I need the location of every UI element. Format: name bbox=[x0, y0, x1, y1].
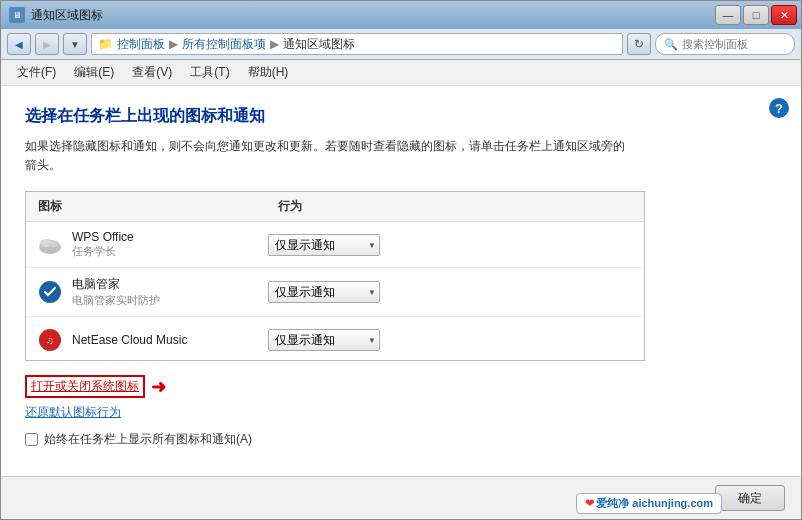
titlebar-controls: — □ ✕ bbox=[715, 5, 797, 25]
path-allitems[interactable]: 所有控制面板项 bbox=[182, 36, 266, 53]
icon-cell-netease: ♫ NetEase Cloud Music bbox=[38, 328, 268, 352]
minimize-button[interactable]: — bbox=[715, 5, 741, 25]
wps-subtitle: 任务学长 bbox=[72, 244, 134, 259]
watermark-icon: ❤ bbox=[585, 497, 594, 510]
page-description: 如果选择隐藏图标和通知，则不会向您通知更改和更新。若要随时查看隐藏的图标，请单击… bbox=[25, 137, 645, 175]
wps-select-wrapper[interactable]: 仅显示通知 显示图标和通知 隐藏图标和通知 bbox=[268, 234, 380, 256]
watermark: ❤ 爱纯净 aichunjing.com bbox=[576, 493, 722, 514]
page-heading: 选择在任务栏上出现的图标和通知 bbox=[25, 106, 777, 127]
wps-name: WPS Office bbox=[72, 230, 134, 244]
pcmgr-behavior-select[interactable]: 仅显示通知 显示图标和通知 隐藏图标和通知 bbox=[268, 281, 380, 303]
pcmgr-nameblock: 电脑管家 电脑管家实时防护 bbox=[72, 276, 160, 308]
menubar: 文件(F) 编辑(E) 查看(V) 工具(T) 帮助(H) bbox=[1, 60, 801, 86]
dropdown-button[interactable]: ▼ bbox=[63, 33, 87, 55]
table-header: 图标 行为 bbox=[26, 192, 644, 222]
titlebar: 🖥 通知区域图标 — □ ✕ bbox=[1, 1, 801, 29]
netease-name: NetEase Cloud Music bbox=[72, 333, 187, 347]
path-controlpanel[interactable]: 控制面板 bbox=[117, 36, 165, 53]
svg-point-2 bbox=[49, 240, 59, 247]
arrow-icon: ➜ bbox=[151, 376, 166, 398]
icon-cell-pcmgr: 电脑管家 电脑管家实时防护 bbox=[38, 276, 268, 308]
restore-link[interactable]: 还原默认图标行为 bbox=[25, 404, 777, 421]
icon-table: 图标 行为 WPS Office bbox=[25, 191, 645, 361]
menu-file[interactable]: 文件(F) bbox=[9, 62, 64, 83]
wps-nameblock: WPS Office 任务学长 bbox=[72, 230, 134, 259]
netease-icon: ♫ bbox=[38, 328, 62, 352]
addressbar: ◀ ▶ ▼ 📁 控制面板 ▶ 所有控制面板项 ▶ 通知区域图标 ↻ 🔍 bbox=[1, 29, 801, 60]
show-all-checkbox[interactable] bbox=[25, 433, 38, 446]
table-row: 电脑管家 电脑管家实时防护 仅显示通知 显示图标和通知 隐藏图标和通知 bbox=[26, 268, 644, 317]
menu-view[interactable]: 查看(V) bbox=[124, 62, 180, 83]
confirm-button[interactable]: 确定 bbox=[715, 485, 785, 511]
pcmgr-icon bbox=[38, 280, 62, 304]
open-close-link[interactable]: 打开或关闭系统图标 bbox=[25, 375, 145, 398]
svg-text:♫: ♫ bbox=[46, 335, 54, 346]
checkbox-label: 始终在任务栏上显示所有图标和通知(A) bbox=[44, 431, 252, 448]
watermark-text: 爱纯净 aichunjing.com bbox=[596, 496, 713, 511]
pcmgr-select-wrapper[interactable]: 仅显示通知 显示图标和通知 隐藏图标和通知 bbox=[268, 281, 380, 303]
search-icon: 🔍 bbox=[664, 38, 678, 51]
path-current: 通知区域图标 bbox=[283, 36, 355, 53]
window-icon: 🖥 bbox=[9, 7, 25, 23]
forward-button[interactable]: ▶ bbox=[35, 33, 59, 55]
wps-icon bbox=[38, 233, 62, 257]
pcmgr-name: 电脑管家 bbox=[72, 276, 160, 293]
menu-tools[interactable]: 工具(T) bbox=[182, 62, 237, 83]
behavior-cell-pcmgr: 仅显示通知 显示图标和通知 隐藏图标和通知 bbox=[268, 281, 632, 303]
folder-icon: 📁 bbox=[98, 37, 113, 51]
content-area: ? 选择在任务栏上出现的图标和通知 如果选择隐藏图标和通知，则不会向您通知更改和… bbox=[1, 86, 801, 476]
main-panel: ? 选择在任务栏上出现的图标和通知 如果选择隐藏图标和通知，则不会向您通知更改和… bbox=[1, 86, 801, 476]
netease-behavior-select[interactable]: 仅显示通知 显示图标和通知 隐藏图标和通知 bbox=[268, 329, 380, 351]
help-icon[interactable]: ? bbox=[769, 98, 789, 118]
behavior-cell-netease: 仅显示通知 显示图标和通知 隐藏图标和通知 bbox=[268, 329, 632, 351]
maximize-button[interactable]: □ bbox=[743, 5, 769, 25]
titlebar-left: 🖥 通知区域图标 bbox=[9, 7, 103, 24]
behavior-cell-wps: 仅显示通知 显示图标和通知 隐藏图标和通知 bbox=[268, 234, 632, 256]
refresh-button[interactable]: ↻ bbox=[627, 33, 651, 55]
netease-nameblock: NetEase Cloud Music bbox=[72, 333, 187, 347]
table-row: ♫ NetEase Cloud Music 仅显示通知 显示图标和通知 bbox=[26, 317, 644, 361]
wps-behavior-select[interactable]: 仅显示通知 显示图标和通知 隐藏图标和通知 bbox=[268, 234, 380, 256]
search-input[interactable] bbox=[682, 38, 786, 50]
main-window: 🖥 通知区域图标 — □ ✕ ◀ ▶ ▼ 📁 控制面板 ▶ 所有控制面板项 ▶ … bbox=[0, 0, 802, 520]
icon-cell-wps: WPS Office 任务学长 bbox=[38, 230, 268, 259]
close-button[interactable]: ✕ bbox=[771, 5, 797, 25]
back-button[interactable]: ◀ bbox=[7, 33, 31, 55]
search-box[interactable]: 🔍 bbox=[655, 33, 795, 55]
window-title: 通知区域图标 bbox=[31, 7, 103, 24]
table-row: WPS Office 任务学长 仅显示通知 显示图标和通知 隐藏图标和通知 bbox=[26, 222, 644, 268]
netease-select-wrapper[interactable]: 仅显示通知 显示图标和通知 隐藏图标和通知 bbox=[268, 329, 380, 351]
checkbox-row: 始终在任务栏上显示所有图标和通知(A) bbox=[25, 431, 777, 448]
bottom-bar: 确定 ❤ 爱纯净 aichunjing.com bbox=[1, 476, 801, 519]
menu-edit[interactable]: 编辑(E) bbox=[66, 62, 122, 83]
address-path: 📁 控制面板 ▶ 所有控制面板项 ▶ 通知区域图标 bbox=[91, 33, 623, 55]
menu-help[interactable]: 帮助(H) bbox=[240, 62, 297, 83]
links-section: 打开或关闭系统图标 ➜ 还原默认图标行为 始终在任务栏上显示所有图标和通知(A) bbox=[25, 375, 777, 448]
pcmgr-subtitle: 电脑管家实时防护 bbox=[72, 293, 160, 308]
col-behavior-label: 行为 bbox=[278, 198, 632, 215]
open-close-link-row: 打开或关闭系统图标 ➜ bbox=[25, 375, 777, 398]
col-icon-label: 图标 bbox=[38, 198, 278, 215]
